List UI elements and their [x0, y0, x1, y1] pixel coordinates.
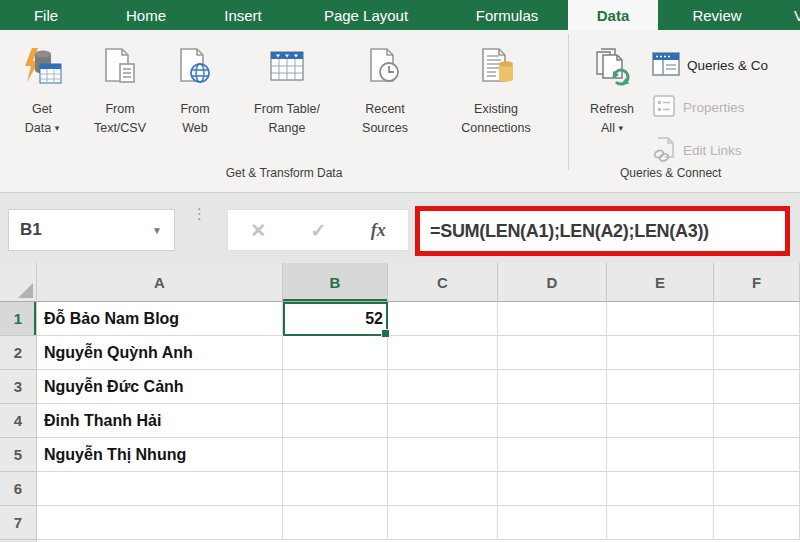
cell-a1[interactable]: Đỗ Bảo Nam Blog — [37, 302, 283, 336]
cell-a2[interactable]: Nguyễn Quỳnh Anh — [37, 336, 283, 370]
row-header-1[interactable]: 1 — [0, 302, 37, 336]
button-label-line2: Sources — [362, 121, 408, 135]
cell-f1[interactable] — [714, 302, 800, 336]
row-header-4[interactable]: 4 — [0, 404, 37, 438]
column-header-f[interactable]: F — [714, 263, 800, 302]
row-header-3[interactable]: 3 — [0, 370, 37, 404]
cell-d2[interactable] — [498, 336, 607, 370]
tab-formulas[interactable]: Formulas — [462, 0, 552, 30]
queries-connections-button[interactable]: Queries & Co — [652, 52, 768, 79]
cell-d1[interactable] — [498, 302, 607, 336]
select-all-button[interactable] — [0, 263, 37, 302]
cell-b2[interactable] — [283, 336, 388, 370]
cell-b7[interactable] — [283, 506, 388, 540]
cell-a5[interactable]: Nguyễn Thị Nhung — [37, 438, 283, 472]
row-header-2[interactable]: 2 — [0, 336, 37, 370]
table-row: 4 Đinh Thanh Hải — [0, 404, 800, 438]
cell-b3[interactable] — [283, 370, 388, 404]
cell-c7[interactable] — [388, 506, 498, 540]
from-web-button[interactable]: From Web — [164, 38, 226, 138]
column-header-c[interactable]: C — [388, 263, 498, 302]
cell-f7[interactable] — [714, 506, 800, 540]
small-button-label: Queries & Co — [687, 58, 768, 73]
row-header-7[interactable]: 7 — [0, 506, 37, 540]
column-header-b[interactable]: B — [283, 263, 388, 302]
cell-f5[interactable] — [714, 438, 800, 472]
cell-e4[interactable] — [607, 404, 714, 438]
group-label-get-transform: Get & Transform Data — [0, 166, 568, 188]
existing-connections-button[interactable]: Existing Connections — [428, 38, 564, 138]
tab-insert[interactable]: Insert — [214, 0, 272, 30]
worksheet-grid: A B C D E F 1 Đỗ Bảo Nam Blog 52 2 Nguyễ… — [0, 263, 800, 542]
cell-d6[interactable] — [498, 472, 607, 506]
ribbon-group-separator — [568, 34, 569, 170]
cell-d4[interactable] — [498, 404, 607, 438]
cell-a3[interactable]: Nguyễn Đức Cảnh — [37, 370, 283, 404]
column-header-d[interactable]: D — [498, 263, 607, 302]
cell-f3[interactable] — [714, 370, 800, 404]
column-header-a[interactable]: A — [37, 263, 283, 302]
tab-review[interactable]: Review — [678, 0, 756, 30]
cell-c6[interactable] — [388, 472, 498, 506]
cell-e2[interactable] — [607, 336, 714, 370]
cancel-icon[interactable]: ✕ — [250, 219, 266, 242]
edit-links-button: Edit Links — [652, 136, 742, 165]
cell-e3[interactable] — [607, 370, 714, 404]
cell-c3[interactable] — [388, 370, 498, 404]
cell-c2[interactable] — [388, 336, 498, 370]
cell-e7[interactable] — [607, 506, 714, 540]
name-box-value: B1 — [20, 220, 42, 240]
cell-d3[interactable] — [498, 370, 607, 404]
cell-f4[interactable] — [714, 404, 800, 438]
enter-icon[interactable]: ✓ — [310, 219, 326, 242]
insert-function-icon[interactable]: fx — [371, 220, 386, 241]
cell-f6[interactable] — [714, 472, 800, 506]
cell-b1-value: 52 — [365, 310, 383, 328]
dropdown-caret: ▾ — [55, 123, 60, 133]
from-table-range-button[interactable]: From Table/ Range — [230, 38, 344, 138]
cell-b6[interactable] — [283, 472, 388, 506]
fill-handle[interactable] — [381, 329, 390, 338]
tab-file[interactable]: File — [24, 0, 68, 30]
name-box[interactable]: B1 ▼ — [8, 209, 175, 251]
queries-connections-icon — [652, 52, 680, 79]
cell-a6[interactable] — [37, 472, 283, 506]
from-text-csv-button[interactable]: From Text/CSV — [80, 38, 160, 138]
cell-b4[interactable] — [283, 404, 388, 438]
cell-e1[interactable] — [607, 302, 714, 336]
refresh-all-button[interactable]: Refresh All ▾ — [576, 38, 648, 138]
cell-b5[interactable] — [283, 438, 388, 472]
existing-connections-icon — [428, 38, 564, 100]
tab-page-layout[interactable]: Page Layout — [306, 0, 426, 30]
cell-d7[interactable] — [498, 506, 607, 540]
from-text-csv-icon — [80, 38, 160, 100]
button-label-line1: Existing — [474, 102, 518, 116]
table-row: 1 Đỗ Bảo Nam Blog 52 — [0, 302, 800, 336]
recent-sources-button[interactable]: Recent Sources — [348, 38, 422, 138]
get-data-button[interactable]: Get Data ▾ — [8, 38, 76, 138]
formula-input-highlighted[interactable]: =SUM(LEN(A1);LEN(A2);LEN(A3)) — [415, 206, 790, 256]
cell-b1-selected[interactable]: 52 — [283, 302, 388, 336]
cell-d5[interactable] — [498, 438, 607, 472]
ribbon-tab-bar: File Home Insert Page Layout Formulas Da… — [0, 0, 800, 30]
row-header-6[interactable]: 6 — [0, 472, 37, 506]
formula-bar-drag-handle[interactable]: ⋮ — [192, 205, 207, 223]
cell-c4[interactable] — [388, 404, 498, 438]
tab-view[interactable]: V — [784, 0, 800, 30]
cell-c5[interactable] — [388, 438, 498, 472]
group-label-queries-connections: Queries & Connect — [620, 166, 800, 188]
cell-e6[interactable] — [607, 472, 714, 506]
cell-f2[interactable] — [714, 336, 800, 370]
cell-c1[interactable] — [388, 302, 498, 336]
name-box-dropdown-icon[interactable]: ▼ — [152, 225, 162, 236]
from-web-icon — [164, 38, 226, 100]
cell-e5[interactable] — [607, 438, 714, 472]
tab-data[interactable]: Data — [568, 0, 658, 30]
button-label-line1: Refresh — [590, 102, 634, 116]
formula-buttons-panel: ✕ ✓ fx — [227, 209, 409, 251]
row-header-5[interactable]: 5 — [0, 438, 37, 472]
column-header-e[interactable]: E — [607, 263, 714, 302]
tab-home[interactable]: Home — [112, 0, 180, 30]
cell-a4[interactable]: Đinh Thanh Hải — [37, 404, 283, 438]
cell-a7[interactable] — [37, 506, 283, 540]
